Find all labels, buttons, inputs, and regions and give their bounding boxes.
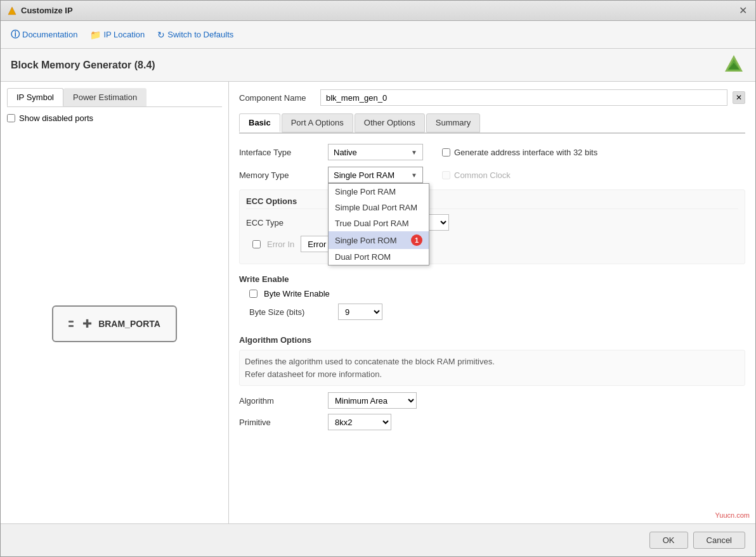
symbol-area: ✚ BRAM_PORTA [7, 131, 222, 517]
left-panel: IP Symbol Power Estimation Show disabled… [1, 82, 229, 523]
memory-type-select[interactable]: Single Port RAM ▼ [328, 167, 423, 183]
switch-defaults-label: Switch to Defaults [167, 30, 233, 39]
algorithm-select[interactable]: Minimum Area [328, 392, 417, 409]
ip-location-label: IP Location [103, 30, 145, 39]
component-clear-button[interactable]: ✕ [733, 91, 745, 104]
interface-type-select[interactable]: Native ▼ [328, 144, 423, 160]
app-title: Block Memory Generator (8.4) [11, 60, 155, 71]
option-true-dual-port-ram[interactable]: True Dual Port RAM [329, 215, 429, 231]
algo-desc-line2: Refer datasheet for more information. [245, 368, 740, 381]
plus-icon: ✚ [82, 317, 92, 331]
watermark: Yuucn.com [715, 511, 750, 519]
component-name-input[interactable] [320, 89, 727, 106]
refresh-icon: ↻ [157, 30, 165, 40]
documentation-button[interactable]: ⓘ Documentation [11, 29, 77, 41]
ok-button[interactable]: OK [649, 532, 688, 549]
ecc-section: ECC Options ECC Type No ECC Error In Err… [239, 189, 745, 264]
byte-size-select[interactable]: 9 [338, 304, 382, 320]
component-name-row: Component Name ✕ [239, 89, 745, 106]
memory-type-value: Single Port RAM [334, 170, 394, 180]
ip-location-button[interactable]: 📁 IP Location [90, 30, 145, 40]
ecc-type-row: ECC Type No ECC [246, 214, 738, 231]
interface-type-row: Interface Type Native ▼ Generate address… [239, 144, 745, 160]
close-button[interactable]: ✕ [736, 4, 749, 17]
write-enable-header: Write Enable [239, 274, 745, 284]
left-tabs: IP Symbol Power Estimation [7, 88, 222, 107]
tab-ip-symbol[interactable]: IP Symbol [7, 88, 63, 106]
generate-address-check: Generate address interface with 32 bits [442, 148, 597, 157]
bram-block: ✚ BRAM_PORTA [52, 305, 177, 342]
byte-size-label: Byte Size (bits) [249, 307, 332, 317]
byte-write-enable-row: Byte Write Enable [239, 289, 745, 298]
bottom-bar: OK Cancel [1, 523, 755, 556]
memory-type-row: Memory Type Single Port RAM ▼ Single Por… [239, 167, 745, 183]
cancel-button[interactable]: Cancel [693, 532, 745, 549]
option-single-port-ram[interactable]: Single Port RAM [329, 184, 429, 200]
section-tabs: Basic Port A Options Other Options Summa… [239, 113, 745, 134]
tab-port-a-options[interactable]: Port A Options [282, 113, 353, 132]
tab-other-options[interactable]: Other Options [355, 113, 425, 132]
algo-section: Algorithm Options Defines the algorithm … [239, 335, 745, 435]
port-line-2 [68, 325, 74, 327]
main-content: IP Symbol Power Estimation Show disabled… [1, 82, 755, 523]
error-injection-row: Error In Error Injection [246, 236, 738, 252]
memory-type-menu: Single Port RAM Simple Dual Port RAM Tru… [328, 183, 429, 266]
algo-description: Defines the algorithm used to concatenat… [239, 350, 745, 386]
write-enable-section: Write Enable Byte Write Enable Byte Size… [239, 274, 745, 325]
ecc-section-header: ECC Options [246, 196, 738, 209]
main-window: Customize IP ✕ ⓘ Documentation 📁 IP Loca… [0, 0, 756, 557]
vivado-logo [722, 53, 745, 77]
primitive-label: Primitive [239, 418, 322, 427]
right-panel: Component Name ✕ Basic Port A Options Ot… [229, 82, 755, 523]
tab-summary[interactable]: Summary [426, 113, 481, 132]
toolbar: ⓘ Documentation 📁 IP Location ↻ Switch t… [1, 21, 755, 49]
app-header: Block Memory Generator (8.4) [1, 49, 755, 82]
chevron-down-icon: ▼ [411, 172, 417, 179]
option-dual-port-rom[interactable]: Dual Port ROM [329, 249, 429, 265]
common-clock-checkbox[interactable] [442, 171, 450, 179]
ecc-type-label: ECC Type [246, 218, 329, 227]
option-simple-dual-port-ram[interactable]: Simple Dual Port RAM [329, 200, 429, 215]
window-title: Customize IP [21, 6, 73, 15]
algo-desc-line1: Defines the algorithm used to concatenat… [245, 355, 740, 368]
byte-write-enable-checkbox[interactable] [249, 290, 257, 298]
port-lines [68, 321, 74, 327]
error-injection-label: Error In [267, 240, 294, 249]
tab-basic[interactable]: Basic [239, 113, 280, 132]
title-bar-left: Customize IP [7, 6, 73, 16]
interface-type-dropdown[interactable]: Native ▼ [328, 144, 423, 160]
switch-defaults-button[interactable]: ↻ Switch to Defaults [157, 30, 233, 40]
generate-address-label: Generate address interface with 32 bits [454, 148, 597, 157]
generate-address-checkbox[interactable] [442, 148, 450, 157]
chevron-down-icon: ▼ [411, 149, 417, 156]
memory-type-dropdown[interactable]: Single Port RAM ▼ Single Port RAM Simple… [328, 167, 423, 183]
byte-size-row: Byte Size (bits) 9 [239, 304, 745, 320]
documentation-label: Documentation [22, 30, 77, 39]
interface-type-value: Native [334, 148, 357, 157]
primitive-select[interactable]: 8kx2 [328, 414, 391, 430]
app-icon [7, 6, 17, 16]
algorithm-label: Algorithm [239, 396, 322, 406]
algo-section-header: Algorithm Options [239, 335, 745, 345]
option-single-port-rom[interactable]: Single Port ROM 1 [329, 231, 429, 249]
memory-type-label: Memory Type [239, 170, 322, 180]
bram-label: BRAM_PORTA [98, 319, 160, 329]
interface-type-label: Interface Type [239, 148, 322, 157]
primitive-row: Primitive 8kx2 [239, 414, 745, 430]
svg-marker-0 [8, 7, 16, 15]
common-clock-label: Common Clock [454, 170, 511, 180]
byte-write-enable-label: Byte Write Enable [264, 289, 330, 298]
show-disabled-checkbox[interactable] [7, 114, 15, 122]
show-disabled-row: Show disabled ports [7, 113, 222, 123]
component-name-label: Component Name [239, 93, 315, 103]
badge-single-port-rom: 1 [411, 234, 422, 246]
error-injection-checkbox[interactable] [252, 240, 261, 248]
algorithm-row: Algorithm Minimum Area [239, 392, 745, 409]
common-clock-check: Common Clock [442, 170, 511, 180]
info-icon: ⓘ [11, 29, 20, 41]
port-line-1 [68, 321, 74, 323]
location-icon: 📁 [90, 30, 101, 40]
tab-power-estimation[interactable]: Power Estimation [63, 88, 147, 106]
show-disabled-label: Show disabled ports [19, 113, 93, 123]
title-bar: Customize IP ✕ [1, 1, 755, 21]
